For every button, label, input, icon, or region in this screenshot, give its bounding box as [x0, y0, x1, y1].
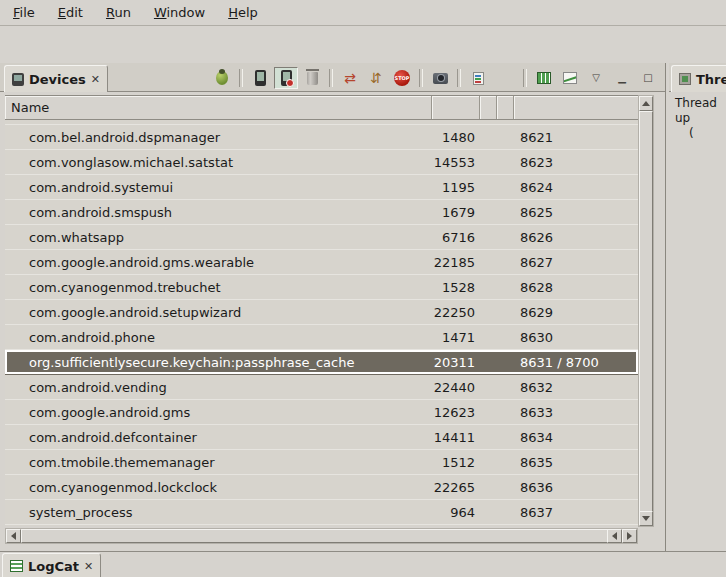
- scroll-down-button[interactable]: [639, 511, 653, 526]
- header-pid[interactable]: [432, 96, 480, 119]
- process-name: org.sufficientlysecure.keychain:passphra…: [5, 355, 432, 370]
- process-pid: 22265: [432, 480, 480, 495]
- device-icon: [255, 70, 266, 86]
- process-pid: 14553: [432, 155, 480, 170]
- toolbar-separator: [457, 69, 461, 87]
- close-icon[interactable]: ✕: [91, 73, 100, 86]
- header-name[interactable]: Name: [5, 96, 432, 119]
- menu-item-run[interactable]: Run: [97, 2, 140, 23]
- header-port[interactable]: [514, 96, 638, 119]
- cause-gc-button[interactable]: [300, 67, 324, 89]
- table-row[interactable]: com.tmobile.thememanager 1512 8635: [5, 450, 638, 475]
- columns-button[interactable]: [532, 67, 556, 89]
- process-port: 8628: [514, 280, 638, 295]
- scroll-up-button[interactable]: [639, 96, 653, 111]
- threads-icon: [679, 73, 691, 85]
- horizontal-scrollbar[interactable]: [5, 528, 638, 544]
- debug-button[interactable]: [210, 67, 234, 89]
- table-row[interactable]: com.android.defcontainer 14411 8634: [5, 425, 638, 450]
- bug-icon: [216, 71, 228, 85]
- system-info-button[interactable]: [466, 67, 490, 89]
- columns-icon: [537, 72, 551, 84]
- vertical-scroll-thumb[interactable]: [639, 111, 653, 513]
- scroll-left-button-2[interactable]: [607, 529, 622, 543]
- process-port: 8635: [514, 455, 638, 470]
- process-pid: 22440: [432, 380, 480, 395]
- screen-capture-button[interactable]: [428, 67, 452, 89]
- logcat-icon: [10, 560, 23, 572]
- menu-item-file[interactable]: File: [4, 2, 44, 23]
- update-threads-button[interactable]: [338, 67, 362, 89]
- process-pid: 1528: [432, 280, 480, 295]
- tab-logcat-label: LogCat: [28, 559, 79, 574]
- minimize-button[interactable]: ▁: [610, 67, 634, 89]
- stop-icon: STOP: [394, 70, 410, 86]
- threads-panel: Threads Thread up (: [669, 63, 726, 551]
- horizontal-scroll-thumb[interactable]: [21, 529, 608, 543]
- maximize-icon: □: [643, 73, 652, 83]
- process-pid: 964: [432, 505, 480, 520]
- process-port: 8624: [514, 180, 638, 195]
- process-port: 8633: [514, 405, 638, 420]
- maximize-button[interactable]: □: [636, 67, 660, 89]
- table-row[interactable]: com.google.android.gms.wearable 22185 86…: [5, 250, 638, 275]
- table-row[interactable]: com.cyanogenmod.lockclock 22265 8636: [5, 475, 638, 500]
- scroll-left-button[interactable]: [6, 529, 21, 543]
- arrow-up-icon: [642, 101, 650, 106]
- scroll-right-button[interactable]: [622, 529, 637, 543]
- view-menu-button[interactable]: ▽: [584, 67, 608, 89]
- menu-item-help[interactable]: Help: [219, 2, 267, 23]
- view-menu-icon: ▽: [592, 73, 600, 83]
- table-row[interactable]: com.bel.android.dspmanager 1480 8621: [5, 125, 638, 150]
- toolbar-separator: [419, 69, 423, 87]
- stop-label: STOP: [395, 75, 410, 81]
- process-name: com.bel.android.dspmanager: [5, 130, 432, 145]
- table-row[interactable]: com.google.android.gms 12623 8633: [5, 400, 638, 425]
- close-icon[interactable]: ✕: [84, 560, 93, 573]
- table-row[interactable]: com.android.smspush 1679 8625: [5, 200, 638, 225]
- process-name: com.android.phone: [5, 330, 432, 345]
- table-row[interactable]: com.whatsapp 6716 8626: [5, 225, 638, 250]
- process-port: 8636: [514, 480, 638, 495]
- table-row[interactable]: com.android.vending 22440 8632: [5, 375, 638, 400]
- menu-item-edit[interactable]: Edit: [49, 2, 92, 23]
- tab-logcat[interactable]: LogCat ✕: [2, 553, 101, 577]
- process-pid: 20311: [432, 355, 480, 370]
- threads-tabbar: Threads: [669, 63, 726, 92]
- toolbar-separator: [239, 69, 243, 87]
- process-name: com.android.vending: [5, 380, 432, 395]
- arrow-left-icon: [612, 532, 617, 540]
- header-col4[interactable]: [497, 96, 514, 119]
- dump-hprof-button[interactable]: [274, 67, 298, 89]
- update-heap-icon: [370, 71, 382, 85]
- process-port: 8627: [514, 255, 638, 270]
- minimize-icon: ▁: [618, 73, 626, 83]
- table-row[interactable]: system_process 964 8637: [5, 500, 638, 525]
- table-row[interactable]: com.android.phone 1471 8630: [5, 325, 638, 350]
- process-pid: 1512: [432, 455, 480, 470]
- process-port: 8631 / 8700: [514, 355, 638, 370]
- tab-devices[interactable]: Devices ✕: [4, 65, 108, 92]
- process-name: com.whatsapp: [5, 230, 432, 245]
- table-row[interactable]: com.android.systemui 1195 8624: [5, 175, 638, 200]
- graph-icon: [563, 72, 577, 84]
- process-port: 8621: [514, 130, 638, 145]
- tab-threads[interactable]: Threads: [671, 65, 726, 92]
- table-row[interactable]: com.vonglasow.michael.satstat 14553 8623: [5, 150, 638, 175]
- header-col3[interactable]: [480, 96, 497, 119]
- table-row[interactable]: com.google.android.setupwizard 22250 862…: [5, 300, 638, 325]
- update-heap-button[interactable]: [248, 67, 272, 89]
- method-profiling-button[interactable]: [364, 67, 388, 89]
- process-port: 8629: [514, 305, 638, 320]
- tab-threads-label: Threads: [696, 72, 726, 87]
- graph-button[interactable]: [558, 67, 582, 89]
- devices-tabbar: Devices ✕ STOP▽▁□: [0, 63, 665, 92]
- stop-process-button[interactable]: STOP: [390, 67, 414, 89]
- table-row[interactable]: com.cyanogenmod.trebuchet 1528 8628: [5, 275, 638, 300]
- table-row[interactable]: org.sufficientlysecure.keychain:passphra…: [5, 350, 638, 375]
- update-threads-icon: [344, 71, 356, 85]
- menu-item-window[interactable]: Window: [145, 2, 214, 23]
- process-port: 8625: [514, 205, 638, 220]
- threads-message-line2: (: [675, 126, 725, 141]
- vertical-scrollbar[interactable]: [638, 95, 654, 527]
